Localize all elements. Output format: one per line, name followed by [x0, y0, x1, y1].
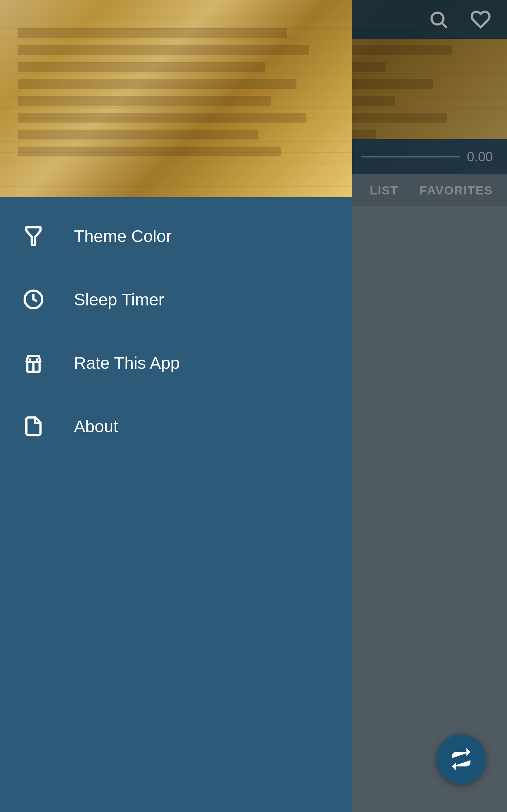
sidebar-drawer: Theme Color Sleep Timer: [0, 0, 352, 812]
sidebar-header-image: [0, 0, 352, 197]
repeat-icon: [449, 747, 474, 771]
about-icon: [21, 414, 46, 439]
svg-marker-5: [26, 227, 40, 245]
theme-color-icon: [21, 224, 46, 248]
overlay-dim[interactable]: [352, 0, 507, 812]
sidebar-menu: Theme Color Sleep Timer: [0, 197, 352, 465]
sidebar-arabic-decoration: [18, 28, 334, 187]
fab-repeat-button[interactable]: [437, 734, 486, 784]
filter-icon: [23, 225, 44, 247]
app-container: Surah Audio 0.00 LIST FAVORITES: [0, 0, 507, 812]
menu-item-rate-app[interactable]: Rate This App: [0, 331, 352, 395]
store-icon: [23, 352, 44, 373]
menu-item-theme-color[interactable]: Theme Color: [0, 204, 352, 268]
about-label: About: [74, 417, 118, 436]
rate-app-icon: [21, 351, 46, 375]
menu-item-about[interactable]: About: [0, 395, 352, 458]
sidebar-quran-bg: [0, 0, 352, 197]
document-icon: [23, 416, 44, 437]
rate-app-label: Rate This App: [74, 353, 180, 373]
menu-item-sleep-timer[interactable]: Sleep Timer: [0, 268, 352, 331]
sleep-timer-label: Sleep Timer: [74, 290, 164, 309]
theme-color-label: Theme Color: [74, 227, 171, 246]
sleep-timer-icon: [21, 287, 46, 312]
clock-icon: [23, 289, 44, 310]
